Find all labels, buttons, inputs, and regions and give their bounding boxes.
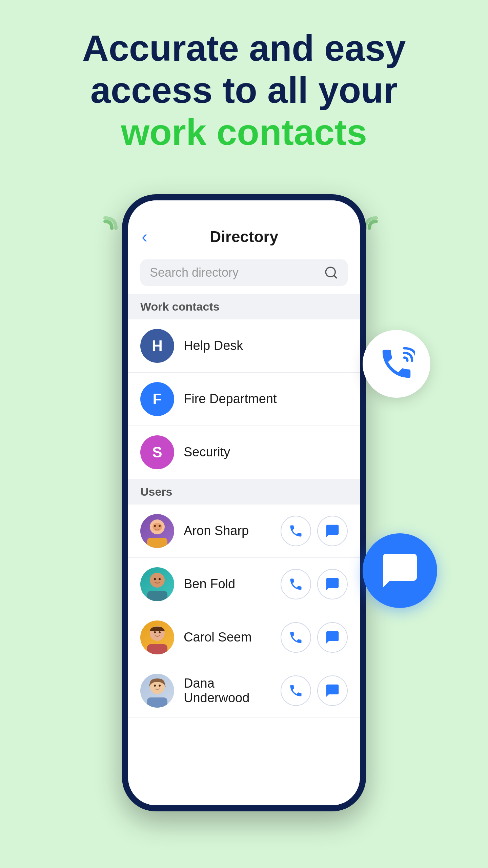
avatar: F [140, 382, 174, 416]
search-icon [324, 265, 338, 280]
action-buttons [281, 516, 348, 546]
action-buttons [281, 622, 348, 653]
call-icon [288, 630, 303, 645]
svg-rect-6 [147, 538, 167, 548]
avatar [140, 620, 174, 654]
svg-point-7 [150, 573, 165, 588]
call-icon [288, 577, 303, 592]
search-input[interactable]: Search directory [150, 265, 319, 280]
contact-list: H Help Desk F Fire Department S Security… [128, 319, 360, 805]
svg-rect-14 [147, 644, 167, 654]
list-item[interactable]: Carol Seem [128, 611, 360, 664]
chat-icon [325, 630, 340, 645]
section-header-users: Users [128, 479, 360, 505]
contact-name: Aron Sharp [184, 524, 271, 538]
phone-frame: ‹ Directory Search directory Work contac… [122, 194, 366, 811]
call-icon [288, 683, 303, 698]
chat-icon [325, 577, 340, 592]
nav-title: Directory [210, 228, 278, 246]
contact-name: Help Desk [184, 338, 348, 353]
avatar: H [140, 329, 174, 363]
svg-point-4 [154, 525, 156, 527]
nav-bar: ‹ Directory [128, 221, 360, 253]
list-item[interactable]: Dana Underwood [128, 664, 360, 717]
call-button[interactable] [281, 516, 311, 546]
list-item[interactable]: Aron Sharp [128, 505, 360, 558]
signal-arc-right [363, 215, 396, 249]
svg-point-5 [159, 525, 161, 527]
avatar: S [140, 435, 174, 469]
status-bar [128, 200, 360, 221]
float-chat-bubble[interactable] [363, 533, 437, 608]
hero-line1: Accurate and easy [82, 27, 406, 69]
call-button[interactable] [281, 622, 311, 653]
search-bar[interactable]: Search directory [140, 259, 348, 286]
signal-arc-left [92, 215, 125, 249]
svg-rect-10 [147, 591, 167, 601]
svg-point-16 [154, 685, 156, 687]
svg-point-17 [159, 685, 161, 687]
list-item[interactable]: F Fire Department [128, 373, 360, 426]
list-item[interactable]: Ben Fold [128, 558, 360, 611]
call-icon [288, 524, 303, 538]
back-button[interactable]: ‹ [142, 226, 147, 247]
chat-button[interactable] [317, 622, 348, 653]
action-buttons [281, 569, 348, 599]
chat-button[interactable] [317, 516, 348, 546]
float-phone-bubble[interactable] [363, 330, 430, 398]
contact-name: Carol Seem [184, 630, 271, 645]
hero-section: Accurate and easy access to all your wor… [82, 27, 406, 154]
phone-screen: ‹ Directory Search directory Work contac… [128, 200, 360, 805]
svg-point-13 [159, 631, 161, 633]
call-button[interactable] [281, 569, 311, 599]
hero-line2: access to all your [82, 69, 406, 111]
list-item[interactable]: H Help Desk [128, 319, 360, 373]
hero-line3: work contacts [82, 111, 406, 153]
avatar [140, 567, 174, 601]
svg-line-1 [334, 275, 337, 278]
chat-button[interactable] [317, 569, 348, 599]
search-container: Search directory [128, 253, 360, 294]
contact-name: Ben Fold [184, 577, 271, 591]
action-buttons [281, 675, 348, 706]
svg-point-12 [154, 631, 156, 633]
phone-mockup: ‹ Directory Search directory Work contac… [112, 174, 376, 818]
chat-icon [325, 683, 340, 698]
avatar [140, 674, 174, 708]
svg-point-8 [154, 578, 156, 580]
chat-button[interactable] [317, 675, 348, 706]
section-header-work-contacts: Work contacts [128, 294, 360, 319]
contact-name: Fire Department [184, 392, 348, 406]
chat-icon [325, 524, 340, 538]
svg-point-9 [159, 578, 161, 580]
call-button[interactable] [281, 675, 311, 706]
contact-name: Security [184, 445, 348, 459]
avatar [140, 514, 174, 548]
svg-rect-18 [147, 697, 167, 708]
list-item[interactable]: S Security [128, 426, 360, 479]
contact-name: Dana Underwood [184, 676, 271, 705]
